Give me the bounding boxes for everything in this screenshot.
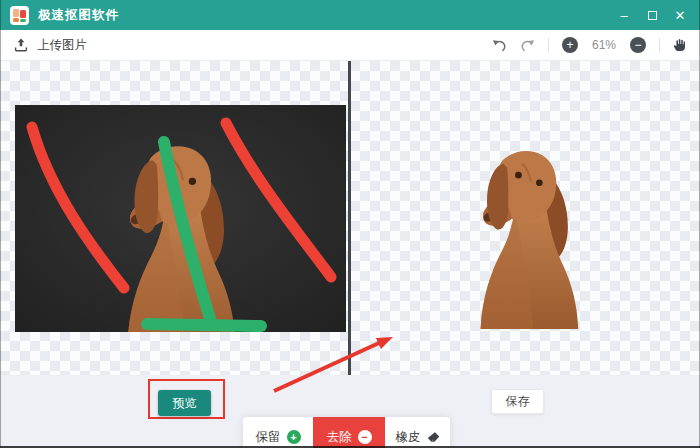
eraser-label: 橡皮	[396, 429, 421, 446]
eraser-icon	[427, 431, 440, 443]
app-title: 极速抠图软件	[38, 7, 119, 24]
plus-circle-icon: +	[287, 430, 301, 444]
original-dog-photo	[15, 105, 346, 332]
original-image-panel[interactable]	[15, 105, 346, 332]
minus-icon: −	[634, 38, 641, 52]
remove-button[interactable]: 去除 −	[313, 417, 385, 448]
toolbar-right: + 61% −	[492, 37, 686, 53]
panel-divider[interactable]	[348, 61, 351, 375]
maximize-button[interactable]	[644, 7, 660, 23]
minimize-icon: –	[620, 8, 627, 23]
footer-bar: 预览 保存 保留 + 去除 − 橡皮	[0, 375, 700, 448]
keep-label: 保留	[256, 429, 281, 446]
minus-circle-icon: −	[358, 430, 372, 444]
app-window: 极速抠图软件 – ✕ 上传图片	[0, 0, 700, 448]
toolbar: 上传图片 + 61% −	[0, 30, 700, 61]
zoom-out-button[interactable]: −	[630, 37, 646, 53]
window-controls: – ✕	[616, 7, 690, 23]
keep-button[interactable]: 保留 +	[243, 417, 313, 448]
undo-button[interactable]	[492, 39, 507, 52]
keep-mark-horizontal	[147, 324, 261, 326]
toolbar-separator	[659, 38, 660, 53]
close-button[interactable]: ✕	[672, 7, 688, 23]
upload-label: 上传图片	[37, 37, 87, 54]
redo-button[interactable]	[520, 39, 535, 52]
redo-icon	[520, 39, 535, 52]
undo-icon	[492, 39, 507, 52]
cutout-result-image	[452, 134, 602, 334]
editor-canvas	[0, 61, 700, 375]
minimize-button[interactable]: –	[616, 7, 632, 23]
preview-button[interactable]: 预览	[158, 390, 211, 416]
toolbar-separator	[548, 38, 549, 53]
eraser-button[interactable]: 橡皮	[385, 417, 450, 448]
maximize-icon	[648, 11, 657, 20]
close-icon: ✕	[675, 8, 686, 23]
app-logo-icon	[10, 6, 29, 25]
hand-tool-button[interactable]	[673, 38, 686, 52]
zoom-level: 61%	[591, 38, 617, 52]
titlebar: 极速抠图软件 – ✕	[0, 0, 700, 30]
hand-icon	[673, 38, 686, 52]
save-button[interactable]: 保存	[491, 389, 544, 414]
plus-icon: +	[566, 38, 573, 52]
zoom-in-button[interactable]: +	[562, 37, 578, 53]
upload-image-button[interactable]: 上传图片	[14, 37, 87, 54]
upload-icon	[14, 38, 28, 52]
mark-tool-group: 保留 + 去除 − 橡皮	[243, 417, 450, 448]
remove-label: 去除	[327, 429, 352, 446]
